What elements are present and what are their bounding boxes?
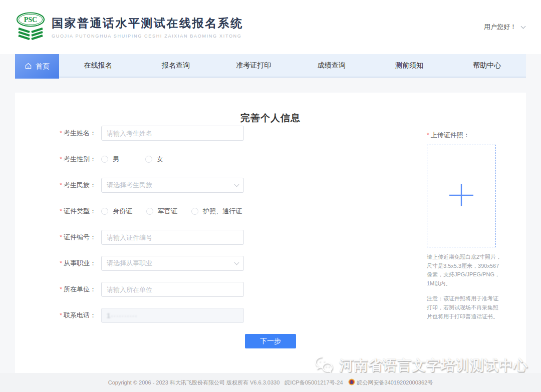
public-security-record-link[interactable]: 皖公网安备34019202000362号 bbox=[357, 379, 433, 386]
phone-input-disabled: 1·········· bbox=[101, 308, 244, 323]
upload-note: 注意：该证件照将用于准考证打印，若测试现场不再采集照片也将用于打印普通话证书。 bbox=[427, 294, 503, 321]
required-asterisk: * bbox=[427, 132, 429, 139]
required-asterisk: * bbox=[60, 156, 62, 163]
required-asterisk: * bbox=[60, 130, 62, 137]
radio-circle-icon bbox=[191, 208, 198, 215]
icp-license-link[interactable]: 皖ICP备05001217号-24 bbox=[285, 379, 343, 386]
next-step-button[interactable]: 下一步 bbox=[245, 334, 296, 348]
required-asterisk: * bbox=[60, 260, 62, 267]
radio-circle-icon bbox=[101, 208, 108, 215]
organization-input[interactable] bbox=[101, 282, 244, 297]
organization-label: 所在单位： bbox=[64, 285, 96, 293]
upload-hint: 请上传近期免冠白底2寸照片，尺寸是3.5x5.3厘米，390x567像素，支持J… bbox=[427, 253, 503, 288]
nav-item-home[interactable]: 首页 bbox=[15, 54, 59, 79]
chevron-down-icon bbox=[234, 260, 239, 265]
required-asterisk: * bbox=[60, 312, 62, 319]
main-nav: 首页 在线报名 报名查询 准考证打印 成绩查询 测前须知 帮助中心 bbox=[15, 54, 526, 78]
main-card: 完善个人信息 *考生姓名： *考生性别： 男 女 *考生民族： bbox=[15, 93, 526, 373]
psc-logo-icon: PSC bbox=[16, 12, 45, 42]
photo-upload-section: *上传证件照： 请上传近期免冠白底2寸照片，尺寸是3.5x5.3厘米，390x5… bbox=[427, 131, 506, 321]
page-title: 完善个人信息 bbox=[15, 93, 526, 112]
ethnicity-label: 考生民族： bbox=[64, 181, 96, 189]
user-menu[interactable]: 用户您好！ bbox=[484, 23, 525, 32]
home-icon bbox=[25, 62, 32, 71]
upload-label: 上传证件照： bbox=[431, 131, 470, 139]
id-type-radio-passport[interactable]: 护照、通行证 bbox=[191, 207, 242, 216]
occupation-select[interactable]: 请选择从事职业 bbox=[101, 256, 244, 271]
name-label: 考生姓名： bbox=[64, 129, 96, 137]
photo-upload-dropzone[interactable] bbox=[427, 145, 496, 247]
public-security-badge-icon bbox=[348, 378, 355, 386]
id-type-radio-military[interactable]: 军官证 bbox=[146, 207, 177, 216]
required-asterisk: * bbox=[60, 208, 62, 215]
id-number-label: 证件编号： bbox=[64, 233, 96, 241]
gender-radio-female[interactable]: 女 bbox=[145, 155, 163, 164]
chevron-down-icon bbox=[521, 24, 526, 29]
gender-label: 考生性别： bbox=[64, 155, 96, 163]
footer: Copyright © 2006 - 2023 科大讯飞股份有限公司 版权所有 … bbox=[0, 373, 541, 392]
id-number-input[interactable] bbox=[101, 230, 244, 245]
required-asterisk: * bbox=[60, 182, 62, 189]
nav-item-online-registration[interactable]: 在线报名 bbox=[59, 54, 137, 77]
site-title: 国家普通话水平测试在线报名系统 bbox=[52, 16, 243, 31]
radio-circle-icon bbox=[101, 156, 108, 163]
phone-value-obscured: 1·········· bbox=[107, 312, 138, 319]
radio-circle-icon bbox=[146, 208, 153, 215]
copyright-text: Copyright © 2006 - 2023 科大讯飞股份有限公司 版权所有 … bbox=[108, 379, 280, 386]
header: PSC 国家普通话水平测试在线报名系统 GUOJIA PUTONGHUA SHU… bbox=[0, 0, 541, 54]
required-asterisk: * bbox=[60, 286, 62, 293]
occupation-label: 从事职业： bbox=[64, 259, 96, 267]
gender-radio-male[interactable]: 男 bbox=[101, 155, 119, 164]
name-input[interactable] bbox=[101, 126, 244, 141]
id-type-radio-idcard[interactable]: 身份证 bbox=[101, 207, 132, 216]
radio-circle-icon bbox=[145, 156, 152, 163]
required-asterisk: * bbox=[60, 234, 62, 241]
nav-item-registration-query[interactable]: 报名查询 bbox=[137, 54, 214, 77]
nav-item-pretest-notice[interactable]: 测前须知 bbox=[370, 54, 448, 77]
user-greeting: 用户您好！ bbox=[484, 23, 516, 32]
svg-text:PSC: PSC bbox=[24, 16, 37, 24]
ethnicity-select[interactable]: 请选择考生民族 bbox=[101, 178, 244, 193]
brand: PSC 国家普通话水平测试在线报名系统 GUOJIA PUTONGHUA SHU… bbox=[16, 12, 243, 42]
chevron-down-icon bbox=[234, 182, 239, 187]
site-subtitle: GUOJIA PUTONGHUA SHUIPING CESHI ZAIXIAN … bbox=[52, 34, 243, 39]
nav-item-score-query[interactable]: 成绩查询 bbox=[293, 54, 370, 77]
nav-item-help-center[interactable]: 帮助中心 bbox=[448, 54, 526, 77]
nav-item-admission-ticket-print[interactable]: 准考证打印 bbox=[215, 54, 293, 77]
phone-label: 联系电话： bbox=[64, 311, 96, 319]
id-type-label: 证件类型： bbox=[64, 207, 96, 215]
plus-icon bbox=[449, 183, 474, 210]
